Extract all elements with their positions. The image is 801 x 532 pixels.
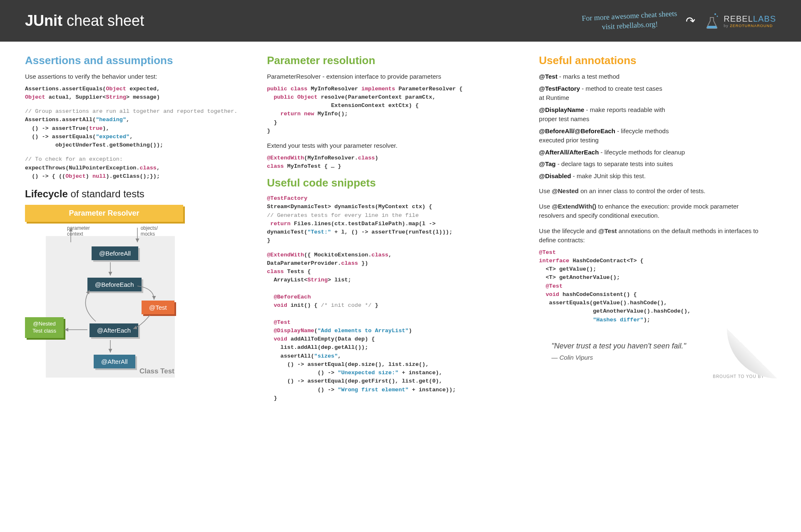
- code-extend-with: @ExtendWith(MyInfoResolver.class) class …: [267, 154, 522, 171]
- brought-to-you: BROUGHT TO YOU BY: [539, 374, 764, 379]
- box-after-all: @AfterAll: [94, 355, 135, 368]
- page-curl-icon: [727, 328, 777, 378]
- column-annotations: Useful annotations @Test - marks a test …: [539, 54, 764, 408]
- heading-snippets: Useful code snippets: [267, 177, 522, 189]
- box-nested: @Nested Test class: [25, 317, 64, 338]
- annotation-item: @Tag - declare tags to separate tests in…: [539, 159, 764, 169]
- code-assert-equals: Assertions.assertEquals(Object expected,…: [25, 85, 250, 102]
- note-nested: Use @Nested on an inner class to control…: [539, 186, 764, 196]
- code-resolver: public class MyInfoResolver implements P…: [267, 85, 522, 136]
- label-objects-mocks: objects/ mocks: [141, 225, 158, 237]
- heading-lifecycle: Lifecycle of standard tests: [25, 188, 250, 200]
- handwritten-note: For more awesome cheat sheets visit rebe…: [582, 9, 678, 33]
- diagram-caption: Class Test: [139, 367, 174, 375]
- box-test: @Test: [142, 301, 174, 314]
- quote-author: — Colin Vipurs: [552, 354, 752, 361]
- annotation-item: @TestFactory - method to create test cas…: [539, 84, 764, 103]
- column-assertions: Assertions and assumptions Use assertion…: [25, 54, 250, 408]
- note-extendwith: Use @ExtendWith() to enhance the executi…: [539, 202, 764, 221]
- page-title: JUnit cheat sheet: [25, 12, 144, 30]
- annotation-item: @AfterAll/AfterEach - lifecycle methods …: [539, 148, 764, 157]
- code-contract: @Test interface HashCodeContract<T> { <T…: [539, 249, 764, 324]
- quote-block: "Never trust a test you haven't seen fai…: [539, 337, 764, 366]
- rebellabs-logo: REBELLABS by ZEROTURNAROUND: [704, 12, 776, 29]
- code-test-factory: @TestFactory Stream<DynamicTest> dynamic…: [267, 194, 522, 245]
- arrow-icon: ↷: [685, 13, 697, 28]
- annotation-item: @DisplayName - make reports readable wit…: [539, 105, 764, 124]
- code-assert-all: // Group assertions are run all together…: [25, 107, 250, 149]
- quote-text: "Never trust a test you haven't seen fai…: [552, 342, 752, 351]
- header-right: For more awesome cheat sheets visit rebe…: [582, 11, 776, 31]
- content-area: Assertions and assumptions Use assertion…: [0, 42, 801, 421]
- annotation-item: @Test - marks a test method: [539, 72, 764, 82]
- annotation-item: @Disabled - make JUnit skip this test.: [539, 172, 764, 181]
- column-parameters: Parameter resolution ParameterResolver -…: [267, 54, 522, 408]
- box-before-each: @BeforeEach: [87, 278, 142, 291]
- svg-point-1: [717, 16, 718, 17]
- header-bar: JUnit cheat sheet For more awesome cheat…: [0, 0, 801, 42]
- param-intro: ParameterResolver - extension interface …: [267, 72, 522, 82]
- heading-annotations: Useful annotations: [539, 54, 764, 67]
- box-before-all: @BeforeAll: [92, 246, 138, 260]
- note-lifecycle: Use the lifecycle and @Test annotations …: [539, 226, 764, 245]
- extend-intro: Extend your tests with your parameter re…: [267, 141, 522, 151]
- logo-flask-icon: [704, 12, 720, 29]
- code-tests-class: @ExtendWith({ MockitoExtension.class, Da…: [267, 251, 522, 403]
- code-expect-throws: // To check for an exception: expectThro…: [25, 155, 250, 181]
- assertions-intro: Use assertions to verify the behavior un…: [25, 72, 250, 82]
- box-after-each: @AfterEach: [90, 323, 138, 337]
- lifecycle-diagram: Parameter Resolver parameter context obj…: [25, 205, 183, 380]
- svg-point-0: [714, 13, 716, 15]
- label-param-context: parameter context: [50, 225, 90, 237]
- annotation-list: @Test - marks a test method@TestFactory …: [539, 72, 764, 181]
- heading-assertions: Assertions and assumptions: [25, 54, 250, 67]
- diagram-resolver-bar: Parameter Resolver: [25, 205, 183, 222]
- annotation-item: @BeforeAll/@BeforeEach - lifecycle metho…: [539, 127, 764, 145]
- logo-subtitle: by ZEROTURNAROUND: [724, 24, 776, 28]
- logo-text: REBELLABS: [724, 14, 776, 23]
- diagram-labels: parameter context objects/ mocks: [25, 225, 183, 237]
- heading-param-resolution: Parameter resolution: [267, 54, 522, 67]
